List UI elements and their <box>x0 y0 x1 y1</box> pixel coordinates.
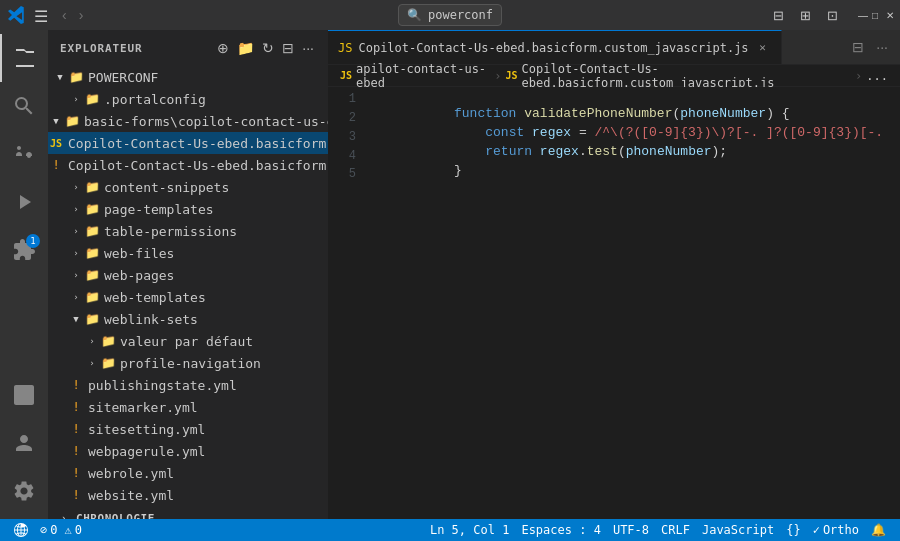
tree-item-content-snippets[interactable]: › 📁 content-snippets <box>48 176 328 198</box>
position-text: Ln 5, Col 1 <box>430 523 509 537</box>
remote-icon <box>12 383 36 407</box>
section-chronologie[interactable]: › CHRONOLOGIE <box>48 506 328 519</box>
refresh-button[interactable]: ↻ <box>260 38 276 58</box>
tree-item-sitesetting[interactable]: ! sitesetting.yml <box>48 418 328 440</box>
webrole-label: webrole.yml <box>88 466 174 481</box>
activity-source-control[interactable] <box>0 130 48 178</box>
status-encoding[interactable]: UTF-8 <box>607 519 655 541</box>
root-folder-icon: 📁 <box>68 69 84 85</box>
tree-item-table-permissions[interactable]: › 📁 table-permissions <box>48 220 328 242</box>
split-editor-button[interactable]: ⊞ <box>794 6 817 25</box>
tree-item-web-files[interactable]: › 📁 web-files <box>48 242 328 264</box>
tree-item-webrole[interactable]: ! webrole.yml <box>48 462 328 484</box>
search-icon <box>12 94 36 118</box>
settings-icon <box>12 479 36 503</box>
table-permissions-arrow: › <box>68 223 84 239</box>
web-pages-arrow: › <box>68 267 84 283</box>
status-feedback[interactable]: 🔔 <box>865 519 892 541</box>
web-pages-icon: 📁 <box>84 267 100 283</box>
breadcrumb-segment3[interactable]: ... <box>866 69 888 83</box>
activity-settings[interactable] <box>0 467 48 515</box>
tree-item-website[interactable]: ! website.yml <box>48 484 328 506</box>
nav-forward-button[interactable]: › <box>75 5 88 25</box>
tab-js-file[interactable]: JS Copilot-Contact-Us-ebed.basicform.cus… <box>328 30 782 64</box>
tree-item-yaml-basic[interactable]: ! Copilot-Contact-Us-ebed.basicform.yml <box>48 154 328 176</box>
error-count: 0 <box>50 523 57 537</box>
tree-item-profile-nav[interactable]: › 📁 profile-navigation <box>48 352 328 374</box>
maximize-button[interactable]: □ <box>866 9 878 21</box>
tab-close-button[interactable]: ✕ <box>755 40 771 56</box>
tree-item-valeur[interactable]: › 📁 valeur par défaut <box>48 330 328 352</box>
activity-extensions[interactable]: 1 <box>0 226 48 274</box>
menu-icon[interactable]: ☰ <box>34 7 50 23</box>
activity-account[interactable] <box>0 419 48 467</box>
more-tab-actions-button[interactable]: ··· <box>872 37 892 57</box>
tree-item-web-templates[interactable]: › 📁 web-templates <box>48 286 328 308</box>
split-editor-button[interactable]: ⊟ <box>848 37 868 57</box>
tree-item-basic-forms[interactable]: ▼ 📁 basic-forms\copilot-contact-us-ebed <box>48 110 328 132</box>
error-icon: ⊘ <box>40 523 47 537</box>
status-position[interactable]: Ln 5, Col 1 <box>424 519 515 541</box>
yaml-basic-label: Copilot-Contact-Us-ebed.basicform.yml <box>68 158 328 173</box>
line-ending-text: CRLF <box>661 523 690 537</box>
status-bar: ⊘ 0 ⚠ 0 Ln 5, Col 1 Espaces : 4 UTF-8 CR… <box>0 519 900 541</box>
status-remote[interactable] <box>8 519 34 541</box>
breadcrumb-segment2[interactable]: Copilot-Contact-Us-ebed.basicform.custom… <box>522 62 852 90</box>
web-templates-label: web-templates <box>104 290 206 305</box>
activity-explorer[interactable] <box>0 34 48 82</box>
root-label: POWERCONF <box>88 70 158 85</box>
more-button[interactable]: ⊡ <box>821 6 844 25</box>
checkmark-icon: ✓ <box>813 523 820 537</box>
activity-run[interactable] <box>0 178 48 226</box>
tree-item-webpagerule[interactable]: ! webpagerule.yml <box>48 440 328 462</box>
tree-item-weblink-sets[interactable]: ▼ 📁 weblink-sets <box>48 308 328 330</box>
close-button[interactable]: ✕ <box>880 9 892 21</box>
sitesetting-icon: ! <box>68 421 84 437</box>
status-line-ending[interactable]: CRLF <box>655 519 696 541</box>
status-spaces[interactable]: Espaces : 4 <box>515 519 606 541</box>
new-file-button[interactable]: ⊕ <box>215 38 231 58</box>
minimize-button[interactable]: — <box>852 9 864 21</box>
spaces-text: Espaces : 4 <box>521 523 600 537</box>
more-actions-button[interactable]: ··· <box>300 38 316 58</box>
activity-search[interactable] <box>0 82 48 130</box>
new-folder-button[interactable]: 📁 <box>235 38 256 58</box>
line-num-5: 5 <box>328 167 368 181</box>
status-errors[interactable]: ⊘ 0 ⚠ 0 <box>34 519 88 541</box>
line-content-4: } <box>368 148 462 193</box>
activity-remote[interactable] <box>0 371 48 419</box>
tree-root[interactable]: ▼ 📁 POWERCONF <box>48 66 328 88</box>
tab-js-icon: JS <box>338 41 352 55</box>
status-ortho[interactable]: ✓ Ortho <box>807 519 865 541</box>
status-right: Ln 5, Col 1 Espaces : 4 UTF-8 CRLF JavaS… <box>424 519 892 541</box>
webrole-icon: ! <box>68 465 84 481</box>
tree-item-page-templates[interactable]: › 📁 page-templates <box>48 198 328 220</box>
breadcrumb-sep2: › <box>855 69 862 83</box>
publishingstate-label: publishingstate.yml <box>88 378 237 393</box>
profile-nav-label: profile-navigation <box>120 356 261 371</box>
tree-item-js-file[interactable]: JS Copilot-Contact-Us-ebed.basicform.cus… <box>48 132 328 154</box>
weblink-sets-icon: 📁 <box>84 311 100 327</box>
collapse-all-button[interactable]: ⊟ <box>280 38 296 58</box>
tree-item-publishingstate[interactable]: ! publishingstate.yml <box>48 374 328 396</box>
window-controls: — □ ✕ <box>852 9 892 21</box>
profile-nav-icon: 📁 <box>100 355 116 371</box>
portalconfig-folder-icon: 📁 <box>84 91 100 107</box>
status-format[interactable]: {} <box>780 519 806 541</box>
titlebar-search[interactable]: 🔍 powerconf <box>398 4 502 26</box>
source-control-icon <box>12 142 36 166</box>
status-language[interactable]: JavaScript <box>696 519 780 541</box>
tree-item-sitemarker[interactable]: ! sitemarker.yml <box>48 396 328 418</box>
nav-back-button[interactable]: ‹ <box>58 5 71 25</box>
extensions-badge: 1 <box>26 234 40 248</box>
code-editor[interactable]: 1 function validatePhoneNumber(phoneNumb… <box>328 87 900 519</box>
titlebar: ☰ ‹ › 🔍 powerconf ⊟ ⊞ ⊡ — □ ✕ <box>0 0 900 30</box>
line-num-2: 2 <box>328 111 368 125</box>
main-container: 1 EXPLORATEUR ⊕ 📁 ↻ ⊟ ··· <box>0 30 900 519</box>
breadcrumb-segment1[interactable]: apilot-contact-us-ebed <box>356 62 490 90</box>
sidebar-header-actions: ⊕ 📁 ↻ ⊟ ··· <box>215 38 316 58</box>
layout-button[interactable]: ⊟ <box>767 6 790 25</box>
tree-item-web-pages[interactable]: › 📁 web-pages <box>48 264 328 286</box>
web-files-icon: 📁 <box>84 245 100 261</box>
tree-item-portalconfig[interactable]: › 📁 .portalconfig <box>48 88 328 110</box>
